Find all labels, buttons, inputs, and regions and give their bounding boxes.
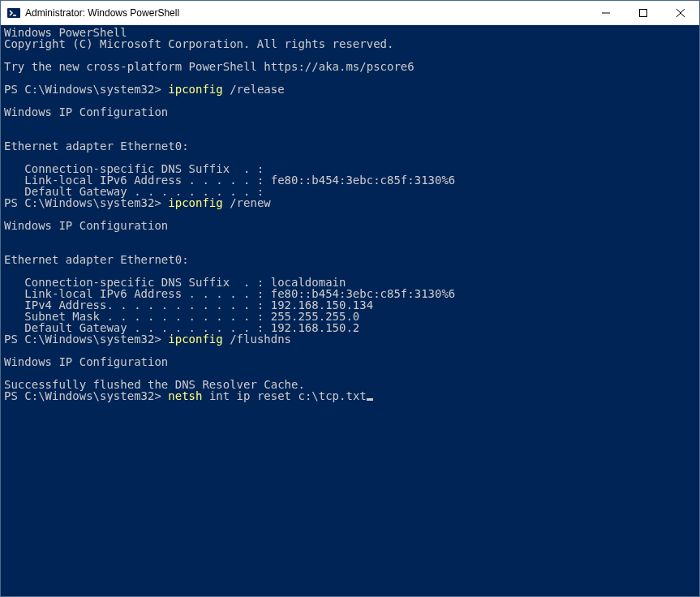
prompt-line: PS C:\Windows\system32> netsh int ip res… — [4, 390, 696, 402]
header-line: Windows PowerShell — [4, 27, 696, 38]
output-line: Ethernet adapter Ethernet0: — [4, 140, 696, 152]
output-line: Windows IP Configuration — [4, 220, 696, 231]
svg-rect-0 — [7, 8, 20, 18]
blank-line — [4, 345, 696, 356]
blank-line — [4, 367, 696, 379]
blank-line — [4, 95, 696, 106]
blank-line — [4, 152, 696, 163]
command-args: int ip reset c:\tcp.txt — [202, 389, 366, 402]
close-button[interactable] — [662, 1, 699, 24]
blank-line — [4, 243, 696, 254]
output-line: Successfully flushed the DNS Resolver Ca… — [4, 379, 696, 390]
output-line: Default Gateway . . . . . . . . . : 192.… — [4, 322, 696, 333]
prompt: PS C:\Windows\system32> — [4, 389, 168, 402]
minimize-icon — [602, 9, 610, 17]
maximize-icon — [639, 9, 647, 17]
command-name: ipconfig — [168, 83, 222, 96]
titlebar: Administrator: Windows PowerShell — [1, 1, 699, 25]
cursor — [367, 398, 373, 401]
command-args: /release — [223, 83, 285, 96]
output-line: IPv4 Address. . . . . . . . . . . : 192.… — [4, 299, 696, 311]
minimize-button[interactable] — [587, 1, 625, 24]
close-icon — [676, 9, 685, 17]
command-args: /flushdns — [223, 333, 291, 346]
prompt-line: PS C:\Windows\system32> ipconfig /releas… — [4, 84, 696, 95]
output-line: Link-local IPv6 Address . . . . . : fe80… — [4, 174, 696, 186]
blank-line — [4, 265, 696, 277]
svg-rect-3 — [640, 9, 647, 16]
prompt-line: PS C:\Windows\system32> ipconfig /renew — [4, 197, 696, 208]
output-line: Connection-specific DNS Suffix . : local… — [4, 277, 696, 288]
header-line: Try the new cross-platform PowerShell ht… — [4, 61, 696, 72]
blank-line — [4, 208, 696, 220]
maximize-button[interactable] — [625, 1, 662, 24]
terminal-content[interactable]: Windows PowerShell Copyright (C) Microso… — [1, 25, 699, 596]
prompt: PS C:\Windows\system32> — [4, 196, 168, 209]
window-title: Administrator: Windows PowerShell — [25, 7, 587, 19]
prompt: PS C:\Windows\system32> — [4, 333, 168, 346]
output-line: Windows IP Configuration — [4, 106, 696, 118]
window-controls — [587, 1, 699, 24]
blank-line — [4, 118, 696, 129]
prompt: PS C:\Windows\system32> — [4, 83, 168, 96]
blank-line — [4, 49, 696, 61]
command-args: /renew — [223, 196, 271, 209]
output-line: Default Gateway . . . . . . . . . : — [4, 186, 696, 197]
output-line: Ethernet adapter Ethernet0: — [4, 254, 696, 265]
blank-line — [4, 72, 696, 84]
blank-line — [4, 129, 696, 140]
output-line: Windows IP Configuration — [4, 356, 696, 367]
command-name: ipconfig — [168, 196, 222, 209]
output-line: Connection-specific DNS Suffix . : — [4, 163, 696, 174]
header-line: Copyright (C) Microsoft Corporation. All… — [4, 38, 696, 49]
prompt-line: PS C:\Windows\system32> ipconfig /flushd… — [4, 333, 696, 345]
powershell-icon — [7, 6, 20, 19]
command-name: ipconfig — [168, 333, 222, 346]
command-name: netsh — [168, 389, 202, 402]
output-line: Subnet Mask . . . . . . . . . . . : 255.… — [4, 311, 696, 322]
output-line: Link-local IPv6 Address . . . . . : fe80… — [4, 288, 696, 299]
blank-line — [4, 231, 696, 243]
